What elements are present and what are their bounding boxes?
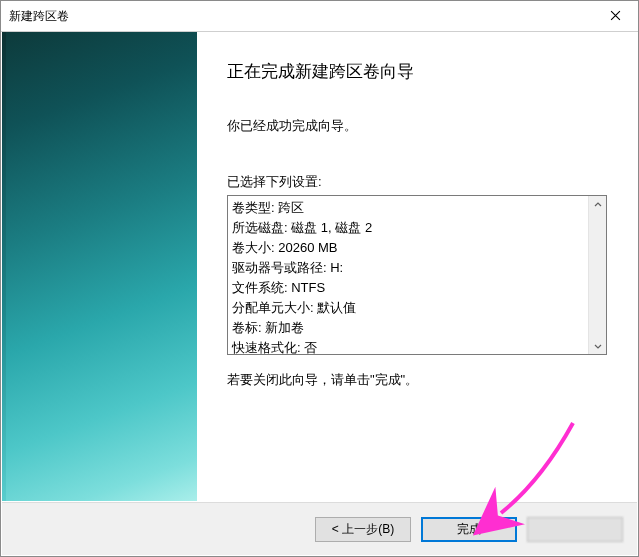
cancel-button[interactable]: 取消 <box>527 517 623 542</box>
settings-summary-box: 卷类型: 跨区 所选磁盘: 磁盘 1, 磁盘 2 卷大小: 20260 MB 驱… <box>227 195 607 355</box>
wizard-footer: < 上一步(B) 完成 取消 <box>2 502 637 555</box>
intro-text: 你已经成功完成向导。 <box>227 117 607 135</box>
scroll-up-button[interactable] <box>589 196 606 213</box>
list-item: 快速格式化: 否 <box>232 338 584 354</box>
closing-text: 若要关闭此向导，请单击"完成"。 <box>227 371 607 389</box>
close-button[interactable] <box>593 1 638 31</box>
list-item: 卷标: 新加卷 <box>232 318 584 338</box>
list-item: 所选磁盘: 磁盘 1, 磁盘 2 <box>232 218 584 238</box>
title-bar: 新建跨区卷 <box>1 1 638 32</box>
list-item: 卷大小: 20260 MB <box>232 238 584 258</box>
wizard-side-graphic <box>2 32 197 501</box>
scroll-down-button[interactable] <box>589 337 606 354</box>
wizard-window: 新建跨区卷 正在完成新建跨区卷向导 你已经成功完成向导。 已选择下列设置: 卷类… <box>0 0 639 557</box>
close-icon <box>610 7 621 25</box>
settings-list: 卷类型: 跨区 所选磁盘: 磁盘 1, 磁盘 2 卷大小: 20260 MB 驱… <box>228 196 588 354</box>
window-title: 新建跨区卷 <box>1 1 69 31</box>
list-item: 卷类型: 跨区 <box>232 198 584 218</box>
back-button[interactable]: < 上一步(B) <box>315 517 411 542</box>
finish-button[interactable]: 完成 <box>421 517 517 542</box>
list-item: 分配单元大小: 默认值 <box>232 298 584 318</box>
settings-label: 已选择下列设置: <box>227 173 607 191</box>
chevron-up-icon <box>594 197 602 212</box>
settings-scrollbar[interactable] <box>588 196 606 354</box>
page-title: 正在完成新建跨区卷向导 <box>227 60 607 83</box>
wizard-body: 正在完成新建跨区卷向导 你已经成功完成向导。 已选择下列设置: 卷类型: 跨区 … <box>2 32 637 501</box>
wizard-content: 正在完成新建跨区卷向导 你已经成功完成向导。 已选择下列设置: 卷类型: 跨区 … <box>197 32 637 501</box>
list-item: 驱动器号或路径: H: <box>232 258 584 278</box>
chevron-down-icon <box>594 338 602 353</box>
list-item: 文件系统: NTFS <box>232 278 584 298</box>
